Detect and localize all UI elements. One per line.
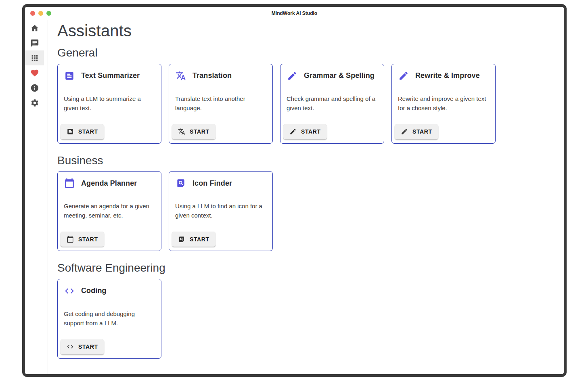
card-title: Translation [193, 71, 232, 80]
start-coding-button[interactable]: START [61, 339, 104, 354]
card-description: Get coding and debugging support from a … [58, 309, 161, 328]
sidebar-item-about[interactable] [25, 80, 44, 95]
page-title: Assistants [57, 21, 564, 40]
title-bar: MindWork AI Studio [25, 7, 564, 20]
card-description: Using a LLM to summarize a given text. [58, 94, 161, 113]
chat-icon [30, 39, 39, 48]
calendar-icon [67, 236, 74, 243]
summarize-icon [64, 71, 75, 81]
start-rewrite-improve-button[interactable]: START [395, 124, 438, 139]
code-icon [67, 343, 74, 350]
start-button-label: START [78, 128, 98, 135]
app-window: MindWork AI Studio [22, 4, 567, 377]
start-button-label: START [301, 128, 321, 135]
card-title: Coding [81, 287, 107, 295]
icon-search-icon [178, 236, 185, 243]
card-description: Translate text into another language. [169, 94, 272, 113]
edit-pencil-icon [398, 71, 409, 81]
start-button-label: START [190, 128, 209, 135]
card-description: Generate an agenda for a given meeting, … [58, 201, 161, 220]
sidebar-nav [25, 20, 48, 374]
translate-icon [176, 71, 186, 81]
card-title: Text Summarizer [81, 71, 140, 80]
start-button-label: START [78, 343, 98, 350]
card-description: Using a LLM to find an icon for a given … [169, 201, 272, 220]
card-title: Icon Finder [193, 179, 232, 188]
sidebar-item-home[interactable] [25, 21, 44, 36]
assistant-card-coding: Coding Get coding and debugging support … [57, 279, 161, 359]
start-button-label: START [190, 236, 209, 243]
edit-pencil-icon [401, 128, 408, 135]
section-heading-general: General [57, 46, 564, 60]
card-title: Rewrite & Improve [415, 71, 480, 80]
settings-gear-icon [30, 98, 39, 107]
assistant-card-rewrite-improve: Rewrite & Improve Rewrite and improve a … [391, 64, 496, 144]
info-icon [30, 84, 39, 92]
desktop-background: MindWork AI Studio [0, 0, 588, 383]
window-title: MindWork AI Studio [25, 10, 564, 16]
code-icon [64, 286, 75, 296]
section-heading-business: Business [57, 154, 564, 167]
assistant-card-grammar-spelling: Grammar & Spelling Check grammar and spe… [280, 64, 384, 144]
assistant-card-icon-finder: Icon Finder Using a LLM to find an icon … [169, 171, 273, 251]
apps-grid-icon [30, 54, 39, 63]
section-heading-software-engineering: Software Engineering [57, 261, 564, 275]
sidebar-item-chat[interactable] [25, 36, 44, 50]
start-button-label: START [412, 128, 432, 135]
edit-pencil-icon [287, 71, 297, 81]
card-row-general: Text Summarizer Using a LLM to summarize… [57, 64, 564, 144]
home-icon [30, 24, 39, 33]
sidebar-item-settings[interactable] [25, 95, 44, 110]
start-translation-button[interactable]: START [172, 124, 216, 139]
start-agenda-planner-button[interactable]: START [61, 232, 104, 247]
translate-icon [178, 128, 185, 135]
card-title: Agenda Planner [81, 179, 137, 188]
start-grammar-spelling-button[interactable]: START [283, 124, 327, 139]
main-content: Assistants General Text Summarizer Using… [48, 20, 564, 374]
sidebar-item-assistants[interactable] [25, 50, 44, 65]
sidebar-item-favorites[interactable] [25, 65, 44, 80]
assistant-card-agenda-planner: Agenda Planner Generate an agenda for a … [57, 171, 161, 251]
start-text-summarizer-button[interactable]: START [61, 124, 104, 139]
start-button-label: START [78, 236, 98, 243]
assistant-card-text-summarizer: Text Summarizer Using a LLM to summarize… [57, 64, 161, 144]
assistant-card-translation: Translation Translate text into another … [169, 64, 273, 144]
heart-icon [30, 69, 39, 77]
calendar-icon [64, 178, 75, 188]
card-row-software-engineering: Coding Get coding and debugging support … [57, 279, 564, 359]
edit-pencil-icon [289, 128, 297, 135]
start-icon-finder-button[interactable]: START [172, 232, 216, 247]
card-description: Rewrite and improve a given text for a c… [392, 94, 495, 113]
card-description: Check grammar and spelling of a given te… [280, 94, 384, 113]
icon-search-icon [176, 178, 186, 188]
card-row-business: Agenda Planner Generate an agenda for a … [57, 171, 564, 251]
summarize-icon [67, 128, 74, 135]
card-title: Grammar & Spelling [304, 71, 375, 80]
